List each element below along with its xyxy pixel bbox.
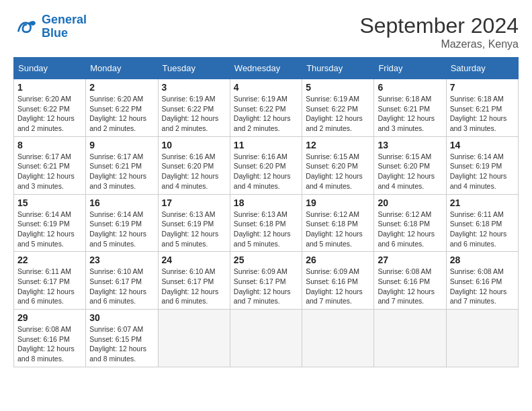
day-number: 24 [162, 255, 226, 265]
calendar-cell: 26 Sunrise: 6:09 AM Sunset: 6:16 PM Dayl… [302, 252, 374, 310]
calendar-cell: 22 Sunrise: 6:11 AM Sunset: 6:17 PM Dayl… [14, 252, 86, 310]
col-tuesday: Tuesday [158, 58, 230, 79]
calendar-week-row: 1 Sunrise: 6:20 AM Sunset: 6:22 PM Dayli… [14, 79, 519, 137]
calendar-week-row: 29 Sunrise: 6:08 AM Sunset: 6:16 PM Dayl… [14, 310, 519, 367]
calendar-cell: 7 Sunrise: 6:18 AM Sunset: 6:21 PM Dayli… [446, 79, 518, 137]
day-number: 13 [378, 140, 442, 150]
day-info: Sunrise: 6:14 AM Sunset: 6:19 PM Dayligh… [89, 210, 154, 249]
day-number: 17 [162, 197, 226, 208]
col-friday: Friday [374, 58, 446, 79]
calendar-cell: 3 Sunrise: 6:19 AM Sunset: 6:22 PM Dayli… [158, 79, 230, 137]
day-info: Sunrise: 6:19 AM Sunset: 6:22 PM Dayligh… [162, 94, 226, 134]
day-number: 4 [234, 82, 298, 93]
day-info: Sunrise: 6:20 AM Sunset: 6:22 PM Dayligh… [89, 94, 154, 134]
day-info: Sunrise: 6:13 AM Sunset: 6:18 PM Dayligh… [234, 210, 298, 249]
day-info: Sunrise: 6:16 AM Sunset: 6:20 PM Dayligh… [162, 152, 226, 191]
day-info: Sunrise: 6:14 AM Sunset: 6:19 PM Dayligh… [450, 152, 515, 191]
calendar-cell: 1 Sunrise: 6:20 AM Sunset: 6:22 PM Dayli… [14, 79, 86, 137]
day-number: 15 [17, 197, 82, 208]
day-info: Sunrise: 6:09 AM Sunset: 6:16 PM Dayligh… [306, 267, 370, 306]
day-number: 16 [89, 197, 154, 208]
calendar-cell [374, 310, 446, 367]
page-header: General Blue September 2024 Mazeras, Ken… [13, 13, 519, 50]
day-info: Sunrise: 6:10 AM Sunset: 6:17 PM Dayligh… [89, 267, 154, 306]
day-number: 6 [378, 82, 442, 93]
calendar-week-row: 15 Sunrise: 6:14 AM Sunset: 6:19 PM Dayl… [14, 194, 519, 252]
day-number: 18 [234, 197, 298, 208]
day-number: 29 [17, 312, 82, 323]
col-monday: Monday [86, 58, 158, 79]
day-info: Sunrise: 6:13 AM Sunset: 6:19 PM Dayligh… [162, 210, 226, 249]
calendar-cell: 9 Sunrise: 6:17 AM Sunset: 6:21 PM Dayli… [86, 136, 158, 194]
day-number: 30 [89, 312, 154, 323]
day-info: Sunrise: 6:10 AM Sunset: 6:17 PM Dayligh… [162, 267, 226, 306]
day-info: Sunrise: 6:16 AM Sunset: 6:20 PM Dayligh… [234, 152, 298, 191]
col-wednesday: Wednesday [230, 58, 302, 79]
calendar-cell [302, 310, 374, 367]
calendar-cell: 25 Sunrise: 6:09 AM Sunset: 6:17 PM Dayl… [230, 252, 302, 310]
logo-text: General Blue [42, 13, 87, 40]
day-number: 14 [450, 140, 515, 150]
calendar-cell: 20 Sunrise: 6:12 AM Sunset: 6:18 PM Dayl… [374, 194, 446, 252]
day-info: Sunrise: 6:11 AM Sunset: 6:18 PM Dayligh… [450, 210, 515, 249]
calendar-cell: 16 Sunrise: 6:14 AM Sunset: 6:19 PM Dayl… [86, 194, 158, 252]
day-info: Sunrise: 6:15 AM Sunset: 6:20 PM Dayligh… [378, 152, 442, 191]
day-info: Sunrise: 6:15 AM Sunset: 6:20 PM Dayligh… [306, 152, 370, 191]
calendar-cell: 23 Sunrise: 6:10 AM Sunset: 6:17 PM Dayl… [86, 252, 158, 310]
calendar-cell: 30 Sunrise: 6:07 AM Sunset: 6:15 PM Dayl… [86, 310, 158, 367]
day-info: Sunrise: 6:17 AM Sunset: 6:21 PM Dayligh… [17, 152, 82, 191]
calendar-cell: 10 Sunrise: 6:16 AM Sunset: 6:20 PM Dayl… [158, 136, 230, 194]
day-info: Sunrise: 6:08 AM Sunset: 6:16 PM Dayligh… [17, 324, 82, 364]
day-info: Sunrise: 6:17 AM Sunset: 6:21 PM Dayligh… [89, 152, 154, 191]
day-number: 7 [450, 82, 515, 93]
location-title: Mazeras, Kenya [359, 38, 519, 50]
day-number: 10 [162, 140, 226, 150]
calendar-cell: 4 Sunrise: 6:19 AM Sunset: 6:22 PM Dayli… [230, 79, 302, 137]
calendar-cell [158, 310, 230, 367]
calendar-header-row: Sunday Monday Tuesday Wednesday Thursday… [14, 58, 519, 79]
day-info: Sunrise: 6:12 AM Sunset: 6:18 PM Dayligh… [378, 210, 442, 249]
day-number: 11 [234, 140, 298, 150]
title-section: September 2024 Mazeras, Kenya [359, 13, 519, 50]
day-info: Sunrise: 6:08 AM Sunset: 6:16 PM Dayligh… [450, 267, 515, 306]
day-number: 20 [378, 197, 442, 208]
day-info: Sunrise: 6:08 AM Sunset: 6:16 PM Dayligh… [378, 267, 442, 306]
day-number: 22 [17, 255, 82, 265]
day-number: 21 [450, 197, 515, 208]
calendar-cell: 21 Sunrise: 6:11 AM Sunset: 6:18 PM Dayl… [446, 194, 518, 252]
calendar-week-row: 22 Sunrise: 6:11 AM Sunset: 6:17 PM Dayl… [14, 252, 519, 310]
calendar-cell: 19 Sunrise: 6:12 AM Sunset: 6:18 PM Dayl… [302, 194, 374, 252]
calendar-cell: 2 Sunrise: 6:20 AM Sunset: 6:22 PM Dayli… [86, 79, 158, 137]
month-title: September 2024 [359, 13, 519, 38]
day-number: 1 [17, 82, 82, 93]
day-number: 2 [89, 82, 154, 93]
calendar-table: Sunday Monday Tuesday Wednesday Thursday… [13, 57, 519, 367]
day-number: 3 [162, 82, 226, 93]
logo-icon [13, 15, 38, 39]
day-info: Sunrise: 6:12 AM Sunset: 6:18 PM Dayligh… [306, 210, 370, 249]
logo: General Blue [13, 13, 87, 40]
calendar-cell: 8 Sunrise: 6:17 AM Sunset: 6:21 PM Dayli… [14, 136, 86, 194]
day-info: Sunrise: 6:18 AM Sunset: 6:21 PM Dayligh… [378, 94, 442, 134]
day-info: Sunrise: 6:20 AM Sunset: 6:22 PM Dayligh… [17, 94, 82, 134]
svg-rect-0 [13, 15, 38, 39]
calendar-cell: 29 Sunrise: 6:08 AM Sunset: 6:16 PM Dayl… [14, 310, 86, 367]
calendar-week-row: 8 Sunrise: 6:17 AM Sunset: 6:21 PM Dayli… [14, 136, 519, 194]
calendar-cell: 24 Sunrise: 6:10 AM Sunset: 6:17 PM Dayl… [158, 252, 230, 310]
day-info: Sunrise: 6:14 AM Sunset: 6:19 PM Dayligh… [17, 210, 82, 249]
calendar-cell [230, 310, 302, 367]
day-number: 26 [306, 255, 370, 265]
col-thursday: Thursday [302, 58, 374, 79]
day-number: 5 [306, 82, 370, 93]
day-number: 8 [17, 140, 82, 150]
day-number: 12 [306, 140, 370, 150]
calendar-cell: 13 Sunrise: 6:15 AM Sunset: 6:20 PM Dayl… [374, 136, 446, 194]
day-info: Sunrise: 6:09 AM Sunset: 6:17 PM Dayligh… [234, 267, 298, 306]
calendar-cell: 14 Sunrise: 6:14 AM Sunset: 6:19 PM Dayl… [446, 136, 518, 194]
col-sunday: Sunday [14, 58, 86, 79]
calendar-cell: 28 Sunrise: 6:08 AM Sunset: 6:16 PM Dayl… [446, 252, 518, 310]
day-number: 25 [234, 255, 298, 265]
calendar-cell: 17 Sunrise: 6:13 AM Sunset: 6:19 PM Dayl… [158, 194, 230, 252]
day-number: 9 [89, 140, 154, 150]
calendar-cell: 12 Sunrise: 6:15 AM Sunset: 6:20 PM Dayl… [302, 136, 374, 194]
